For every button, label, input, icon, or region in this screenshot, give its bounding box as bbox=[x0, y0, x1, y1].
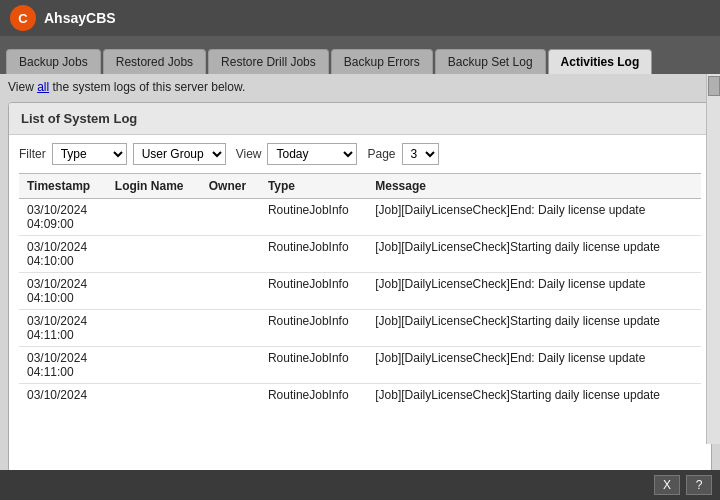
tab-restored-jobs[interactable]: Restored Jobs bbox=[103, 49, 206, 74]
app-logo: C bbox=[10, 5, 36, 31]
main-content: View all the system logs of this server … bbox=[0, 74, 720, 500]
tab-backup-set-log[interactable]: Backup Set Log bbox=[435, 49, 546, 74]
cell-message: [Job][DailyLicenseCheck]End: Daily licen… bbox=[367, 199, 701, 236]
cell-timestamp: 03/10/202404:11:00 bbox=[19, 347, 107, 384]
filter-row: Filter Type Info Warning Error User Grou… bbox=[19, 143, 701, 165]
cell-message: [Job][DailyLicenseCheck]End: Daily licen… bbox=[367, 347, 701, 384]
panel-body: Filter Type Info Warning Error User Grou… bbox=[9, 135, 711, 500]
group-filter-select[interactable]: User Group System bbox=[133, 143, 226, 165]
cell-type: RoutineJobInfo bbox=[260, 273, 367, 310]
cell-login-name bbox=[107, 236, 201, 273]
cell-timestamp: 03/10/2024 bbox=[19, 384, 107, 407]
col-type: Type bbox=[260, 174, 367, 199]
cell-owner bbox=[201, 273, 260, 310]
table-row: 03/10/2024 RoutineJobInfo [Job][DailyLic… bbox=[19, 384, 701, 407]
cell-type: RoutineJobInfo bbox=[260, 384, 367, 407]
page-label: Page bbox=[367, 147, 395, 161]
view-label: View bbox=[236, 147, 262, 161]
cell-login-name bbox=[107, 273, 201, 310]
col-owner: Owner bbox=[201, 174, 260, 199]
cell-type: RoutineJobInfo bbox=[260, 310, 367, 347]
cell-owner bbox=[201, 310, 260, 347]
cell-owner bbox=[201, 384, 260, 407]
cell-login-name bbox=[107, 384, 201, 407]
cell-type: RoutineJobInfo bbox=[260, 347, 367, 384]
cell-login-name bbox=[107, 199, 201, 236]
table-row: 03/10/202404:11:00 RoutineJobInfo [Job][… bbox=[19, 347, 701, 384]
cell-message: [Job][DailyLicenseCheck]Starting daily l… bbox=[367, 384, 701, 407]
tab-backup-errors[interactable]: Backup Errors bbox=[331, 49, 433, 74]
tab-bar: Backup Jobs Restored Jobs Restore Drill … bbox=[0, 36, 720, 74]
cell-message: [Job][DailyLicenseCheck]End: Daily licen… bbox=[367, 273, 701, 310]
system-log-panel: List of System Log Filter Type Info Warn… bbox=[8, 102, 712, 500]
cell-timestamp: 03/10/202404:10:00 bbox=[19, 273, 107, 310]
filter-label: Filter bbox=[19, 147, 46, 161]
cell-message: [Job][DailyLicenseCheck]Starting daily l… bbox=[367, 236, 701, 273]
cell-timestamp: 03/10/202404:10:00 bbox=[19, 236, 107, 273]
panel-title: List of System Log bbox=[9, 103, 711, 135]
page-select[interactable]: 1 2 3 4 5 bbox=[402, 143, 439, 165]
log-table: Timestamp Login Name Owner Type Message … bbox=[19, 173, 701, 406]
col-timestamp: Timestamp bbox=[19, 174, 107, 199]
cell-owner bbox=[201, 347, 260, 384]
cell-timestamp: 03/10/202404:11:00 bbox=[19, 310, 107, 347]
col-login-name: Login Name bbox=[107, 174, 201, 199]
type-filter-select[interactable]: Type Info Warning Error bbox=[52, 143, 127, 165]
cell-message: [Job][DailyLicenseCheck]Starting daily l… bbox=[367, 310, 701, 347]
scrollbar-thumb[interactable] bbox=[708, 76, 720, 96]
info-link[interactable]: all bbox=[37, 80, 49, 94]
close-button[interactable]: X bbox=[654, 475, 680, 495]
table-row: 03/10/202404:11:00 RoutineJobInfo [Job][… bbox=[19, 310, 701, 347]
view-select[interactable]: Today Yesterday This Week This Month bbox=[267, 143, 357, 165]
help-button[interactable]: ? bbox=[686, 475, 712, 495]
app-header: C AhsayCBS bbox=[0, 0, 720, 36]
cell-owner bbox=[201, 199, 260, 236]
cell-type: RoutineJobInfo bbox=[260, 236, 367, 273]
col-message: Message bbox=[367, 174, 701, 199]
tab-activities-log[interactable]: Activities Log bbox=[548, 49, 653, 74]
cell-login-name bbox=[107, 347, 201, 384]
info-text: View all the system logs of this server … bbox=[8, 80, 712, 94]
table-scroll-area[interactable]: Timestamp Login Name Owner Type Message … bbox=[19, 173, 701, 500]
bottom-bar: X ? bbox=[0, 470, 720, 500]
app-title: AhsayCBS bbox=[44, 10, 116, 26]
cell-owner bbox=[201, 236, 260, 273]
cell-timestamp: 03/10/202404:09:00 bbox=[19, 199, 107, 236]
cell-type: RoutineJobInfo bbox=[260, 199, 367, 236]
table-row: 03/10/202404:10:00 RoutineJobInfo [Job][… bbox=[19, 273, 701, 310]
tab-restore-drill-jobs[interactable]: Restore Drill Jobs bbox=[208, 49, 329, 74]
scrollbar[interactable] bbox=[706, 74, 720, 444]
tab-backup-jobs[interactable]: Backup Jobs bbox=[6, 49, 101, 74]
cell-login-name bbox=[107, 310, 201, 347]
table-row: 03/10/202404:10:00 RoutineJobInfo [Job][… bbox=[19, 236, 701, 273]
table-row: 03/10/202404:09:00 RoutineJobInfo [Job][… bbox=[19, 199, 701, 236]
